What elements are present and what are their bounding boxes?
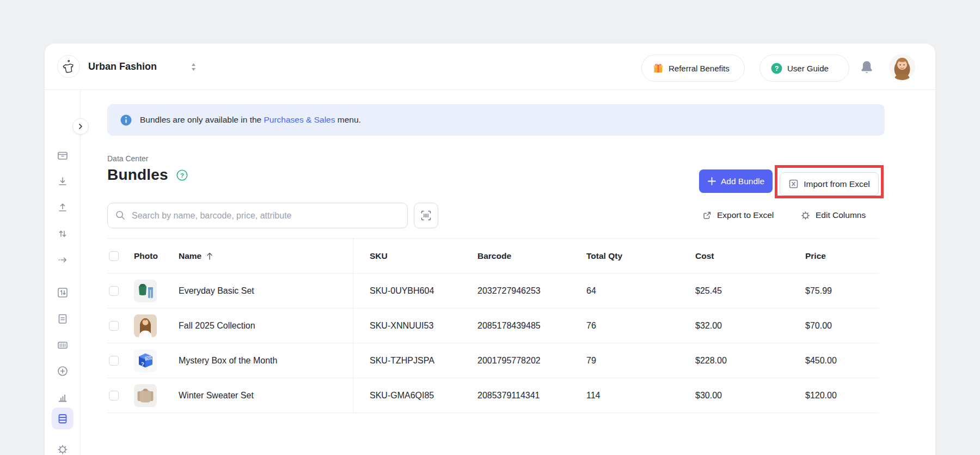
bundle-cost: $25.45 [695, 286, 722, 296]
sidebar-item-transfer[interactable] [57, 228, 69, 240]
export-to-excel-button[interactable]: Export to Excel [702, 209, 774, 222]
page-help-button[interactable]: ? [176, 169, 188, 181]
bundle-name: Fall 2025 Collection [179, 321, 255, 331]
bundle-name: Mystery Box of the Month [179, 356, 277, 366]
product-photo-blue-mystery-box: ? MYSTERY BOX [134, 349, 157, 372]
add-bundle-label: Add Bundle [721, 177, 764, 186]
user-guide-label: User Guide [787, 64, 829, 73]
column-header-cost[interactable]: Cost [695, 251, 714, 261]
search-input[interactable] [107, 203, 408, 228]
column-header-sku[interactable]: SKU [370, 251, 388, 261]
table-header-row: Photo Name SKU Barcode Total Qty Cost Pr… [107, 238, 879, 274]
gear-icon [800, 210, 811, 221]
sidebar-item-dispatch[interactable] [57, 254, 69, 266]
table-row[interactable]: Fall 2025 Collection SKU-XNNUUI53 208517… [107, 308, 879, 343]
notifications-button[interactable] [858, 58, 875, 76]
user-guide-button[interactable]: ? User Guide [759, 54, 849, 82]
svg-text:?: ? [141, 360, 144, 367]
sidebar-item-download[interactable] [57, 175, 69, 187]
bar-chart-icon [57, 391, 69, 403]
svg-text:?: ? [775, 65, 779, 72]
avatar-memoji [889, 54, 915, 80]
add-bundle-button[interactable]: Add Bundle [699, 169, 773, 193]
row-checkbox[interactable] [109, 356, 119, 366]
page-title: Bundles [107, 166, 168, 184]
upload-icon [57, 202, 69, 214]
workspace-logo[interactable] [57, 55, 80, 78]
chevron-right-icon [77, 123, 84, 130]
bundle-price: $75.99 [805, 286, 832, 296]
row-checkbox[interactable] [109, 286, 119, 296]
avatar[interactable] [889, 54, 915, 80]
product-photo-green-hoodie-and-jeans [134, 280, 157, 302]
bell-icon [859, 59, 874, 75]
info-banner: Bundles are only available in the Purcha… [107, 104, 885, 136]
table-row[interactable]: Everyday Basic Set SKU-0UYBH604 20327279… [107, 274, 879, 308]
sidebar-item-package[interactable] [57, 149, 69, 161]
sidebar-item-add[interactable] [57, 365, 69, 377]
select-all-checkbox[interactable] [109, 251, 119, 261]
column-header-name[interactable]: Name [179, 251, 213, 261]
sort-asc-icon [206, 252, 213, 260]
barcode-scan-icon [420, 210, 432, 221]
bundle-sku: SKU-0UYBH604 [370, 286, 434, 296]
sidebar [45, 90, 81, 455]
top-bar: Urban Fashion Referral Benefits ? User G… [45, 44, 935, 90]
purchases-sales-link[interactable]: Purchases & Sales [264, 115, 335, 124]
sidebar-item-bundles-active[interactable] [52, 408, 74, 429]
bundle-sku: SKU-GMA6QI85 [370, 391, 434, 401]
sidebar-item-count[interactable] [57, 287, 69, 299]
excel-icon [788, 179, 799, 189]
breadcrumb: Data Center [107, 154, 148, 163]
sort-number-icon [57, 287, 69, 299]
barcode-scan-button[interactable] [414, 203, 438, 228]
plus-circle-icon [57, 365, 69, 377]
column-header-barcode[interactable]: Barcode [477, 251, 511, 261]
edit-columns-button[interactable]: Edit Columns [800, 209, 866, 222]
sidebar-item-reports[interactable] [57, 391, 69, 403]
referral-benefits-label: Referral Benefits [669, 64, 730, 73]
referral-benefits-button[interactable]: Referral Benefits [641, 54, 745, 82]
banner-text: Bundles are only available in the Purcha… [140, 115, 361, 125]
bundle-price: $450.00 [805, 356, 837, 366]
workspace-name: Urban Fashion [88, 44, 157, 90]
sidebar-item-upload[interactable] [57, 202, 69, 214]
bundle-sku: SKU-TZHPJSPA [370, 356, 434, 366]
arrows-up-down-icon [57, 228, 69, 240]
app-window: Urban Fashion Referral Benefits ? User G… [45, 44, 935, 455]
tshirt-logo-icon [62, 59, 76, 74]
svg-text:?: ? [180, 172, 184, 178]
bundle-total-qty: 114 [586, 391, 601, 401]
sidebar-item-settings[interactable] [57, 444, 69, 455]
column-header-photo[interactable]: Photo [134, 251, 158, 261]
bundles-table: Photo Name SKU Barcode Total Qty Cost Pr… [107, 238, 879, 413]
import-from-excel-button[interactable]: Import from Excel [780, 172, 879, 196]
info-icon [120, 114, 132, 126]
bundle-cost: $228.00 [695, 356, 727, 366]
bundle-price: $70.00 [805, 321, 832, 331]
bundle-barcode: 2085379114341 [477, 391, 540, 401]
help-circle-icon: ? [176, 169, 188, 181]
expand-sidebar-button[interactable] [72, 118, 89, 135]
bundle-name: Winter Sweater Set [179, 391, 254, 401]
bundle-total-qty: 79 [586, 356, 596, 366]
sidebar-item-documents[interactable] [57, 313, 69, 325]
row-checkbox[interactable] [109, 391, 119, 401]
column-header-total-qty[interactable]: Total Qty [586, 251, 622, 261]
bundle-name: Everyday Basic Set [179, 286, 254, 296]
bundle-price: $120.00 [805, 391, 837, 401]
workspace-selector[interactable] [191, 44, 197, 90]
search-icon [115, 210, 126, 221]
document-icon [57, 313, 69, 325]
sidebar-item-barcodes[interactable] [57, 339, 69, 351]
table-row[interactable]: ? MYSTERY BOX Mystery Box of the Month S… [107, 343, 879, 378]
export-icon [702, 210, 712, 221]
table-row[interactable]: Winter Sweater Set SKU-GMA6QI85 20853791… [107, 378, 879, 413]
product-photo-woman-in-white-top [134, 314, 157, 337]
import-highlight-annotation: Import from Excel [775, 165, 884, 198]
row-checkbox[interactable] [109, 321, 119, 331]
export-to-excel-label: Export to Excel [717, 210, 774, 220]
arrow-right-icon [57, 254, 69, 266]
column-header-price[interactable]: Price [805, 251, 826, 261]
download-icon [57, 175, 69, 187]
